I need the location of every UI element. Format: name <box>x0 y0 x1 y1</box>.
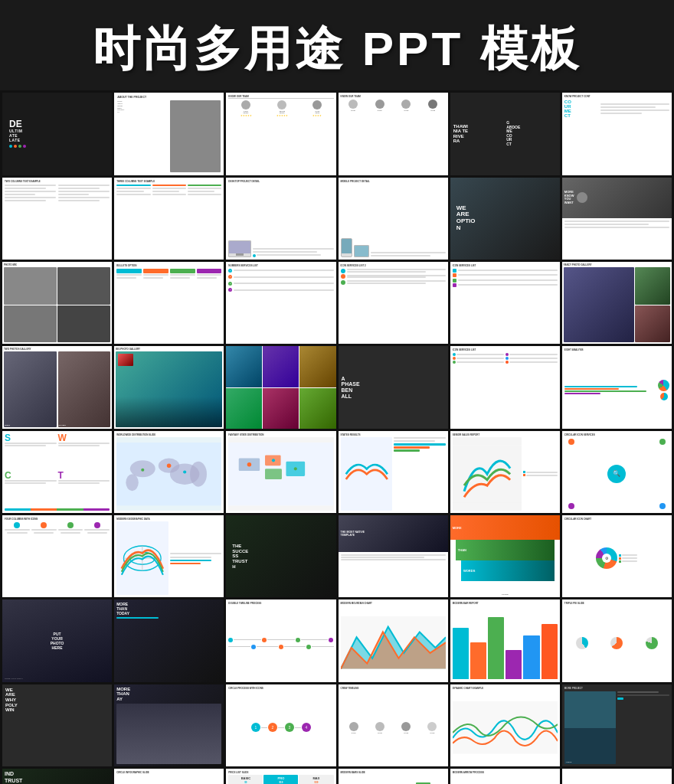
slide-thumb-54[interactable]: AL THERESULTSSTRATEGY <box>562 769 672 784</box>
header: 时尚多用途 PPT 模板 <box>0 0 674 90</box>
slide-thumb-37[interactable]: PUTYOURPHOTOHERE MORE THAN TODAY <box>2 599 112 681</box>
svg-point-4 <box>190 461 207 486</box>
svg-rect-13 <box>265 469 282 479</box>
svg-point-14 <box>247 462 251 466</box>
slide-thumb-6[interactable]: KNOW PROJECT CONT COURMECT <box>562 93 672 175</box>
slide-thumb-50[interactable]: CIRCLE INFOGRAPHIC SLIDE <box>114 769 224 784</box>
slide-thumb-47[interactable]: DYNAMIC CHART EXAMPLE <box>450 684 560 766</box>
slide-thumb-22[interactable]: APHASEBENALL <box>339 346 448 428</box>
slide-thumb-29[interactable]: SENIOR SALES REPORT <box>450 431 560 513</box>
slide-thumb-16[interactable]: ICON SERVICES LIST 2 <box>339 262 448 344</box>
slide-thumb-45[interactable]: CIRCLE PROCESS WITH ICONS 1 2 3 4 <box>226 684 335 766</box>
slide-thumb-19[interactable]: TWO PHOTOS GALLERY PHOTO GALLERY <box>2 346 112 428</box>
slide-thumb-39[interactable]: DOUBLE TIMELINE PROCESS <box>226 599 335 681</box>
slide-thumb-53[interactable]: MODERN ARROW PROCESS 1 2 3 🔍 <box>450 769 560 784</box>
slide-thumb-28[interactable]: STATES RESULTS <box>339 431 448 513</box>
slide-thumb-7[interactable]: TWO COLUMNS TEXT EXAMPLE <box>2 178 112 260</box>
slide-thumb-21[interactable] <box>226 346 335 428</box>
slide-thumb-30[interactable]: CIRCULAR ICON SERVICES 🔍 <box>562 431 672 513</box>
slide-thumb-52[interactable]: MODERN BARS SLIDE <box>339 769 448 784</box>
slide-thumb-49[interactable]: INDTRUSTH <box>2 769 112 784</box>
slide-thumb-36[interactable]: CIRCULAR ICON CHART ⚙ <box>562 515 672 597</box>
slide-thumb-14[interactable]: BULLETS OPTION <box>114 262 224 344</box>
slide-thumb-17[interactable]: ICON SERVICES LIST <box>450 262 560 344</box>
slide-thumb-27[interactable]: FANTASY STATE DISTRIBUTION <box>226 431 335 513</box>
slide-thumb-38[interactable]: MORETHANTODAY <box>114 599 224 681</box>
slide-thumb-4[interactable]: KNOW OUR TEAM NAME NAME NAME NAME <box>339 93 448 175</box>
slide-thumb-48[interactable]: MORE PROJECT MOBILE <box>562 684 672 766</box>
slide-thumb-46[interactable]: CREW TIMELINE NAME NAME NAME NAME <box>339 684 448 766</box>
slides-grid: DE ULTIMATELATE ABOUT THE PROJECT KNOWAB… <box>0 90 674 784</box>
slide-thumb-10[interactable]: MOBILE PROJECT DETAIL <box>339 178 448 260</box>
slide-thumb-51[interactable]: PRICE LIST SLIDE BASIC $9 PRO $19 MAX $3… <box>226 769 335 784</box>
slide-thumb-35[interactable]: MORE THAN WORDS THe 8285 <box>450 515 560 597</box>
slide-thumb-12[interactable]: MOREKNOWYOUWANT <box>562 178 672 260</box>
slide-thumb-42[interactable]: TRIPLE PIE SLIDE <box>562 599 672 681</box>
slide-thumb-40[interactable]: MODERN MOUNTAIN CHART <box>339 599 448 681</box>
slide-thumb-15[interactable]: NUMBERS SERVICES LIST 1 2 3 4 <box>226 262 335 344</box>
slide-thumb-31[interactable]: FOUR COLUMNS WITH ICONS <box>2 515 112 597</box>
slide-thumb-26[interactable]: WORLDWIDE DISTRIBUTION SLIDE <box>114 431 224 513</box>
slide-thumb-11[interactable]: WEAREOPTION <box>450 178 560 260</box>
svg-point-7 <box>183 470 186 473</box>
svg-point-5 <box>126 474 139 491</box>
slide-thumb-9[interactable]: DESKTOP PROJECT DETAIL <box>226 178 335 260</box>
svg-point-16 <box>294 467 297 470</box>
slide-thumb-13[interactable]: PHOTO MIX <box>2 262 112 344</box>
slide-thumb-5[interactable]: THAWINIA TERIVERA GABDOEMECOURCT <box>450 93 560 175</box>
slide-thumb-25[interactable]: S W C T <box>2 431 112 513</box>
page-title: 时尚多用途 PPT 模板 <box>15 23 659 75</box>
slide-thumb-2[interactable]: ABOUT THE PROJECT KNOWABOUTHEIDELBERGPRO… <box>114 93 224 175</box>
slide-thumb-24[interactable]: EIGHT ANALYSIS <box>562 346 672 428</box>
slide-thumb-1[interactable]: DE ULTIMATELATE <box>2 93 112 175</box>
slide-thumb-23[interactable]: ICON SERVICES LIST <box>450 346 560 428</box>
slide-thumb-3[interactable]: KNOW OUR TEAM JASONHEIDEL ★★★★★ DENISEHE… <box>226 93 335 175</box>
svg-point-15 <box>272 459 275 462</box>
svg-point-8 <box>141 468 144 471</box>
slide-thumb-20[interactable]: BIG PHOTO GALLERY <box>114 346 224 428</box>
slide-thumb-43[interactable]: WEAREWHYPOLYWIN <box>2 684 112 766</box>
slide-thumb-41[interactable]: MODERN BAR REPORT <box>450 599 560 681</box>
slide-thumb-32[interactable]: MODERN GEOGRAPHIC DATA <box>114 515 224 597</box>
slide-thumb-34[interactable]: THE MOST NATIVETEMPLATE <box>339 515 448 597</box>
slide-thumb-33[interactable]: THESUCCESSTRUSTH <box>226 515 335 597</box>
slide-thumb-8[interactable]: THREE COLUMNS TEXT EXAMPLE <box>114 178 224 260</box>
slide-thumb-18[interactable]: FANCY PHOTO GALLERY <box>562 262 672 344</box>
slide-thumb-44[interactable]: MORETHANAY <box>114 684 224 766</box>
svg-point-6 <box>167 463 171 467</box>
